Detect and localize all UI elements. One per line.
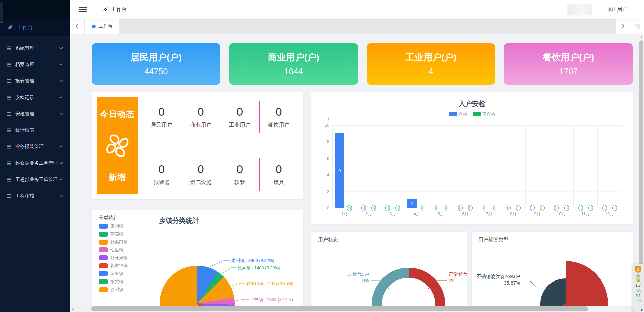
legend-label: 郭家堡镇: [110, 263, 128, 269]
donut-label-normal-gas: 正常通气0户 0%: [449, 271, 467, 284]
tabs-scroll-right-button[interactable]: [616, 19, 630, 34]
unit-text: K/s: [637, 289, 641, 292]
stat-hose: 0软管: [220, 158, 260, 191]
zero-marker-pass: 0: [530, 205, 535, 211]
legend-swatch: [99, 287, 108, 292]
x-tick: 9月: [526, 211, 549, 217]
fullscreen-icon[interactable]: [597, 7, 602, 12]
horizontal-scroll-thumb[interactable]: [91, 306, 588, 311]
stat-label: 燃具: [260, 179, 299, 186]
stat-label: 餐饮用户: [260, 122, 299, 129]
y-tick: 0: [318, 205, 329, 210]
panel-header: 用户软管类型: [478, 237, 508, 243]
bar-month-group: 0 0 5月: [429, 125, 453, 208]
tabs-scroll-left-button[interactable]: [70, 19, 84, 34]
user-status-donut: [372, 268, 445, 306]
sidebar-item-archives[interactable]: 档案管理: [0, 56, 70, 73]
stat-label: 工业用户: [220, 122, 259, 129]
stat-gas-facility: 0燃气设施: [181, 158, 221, 191]
entry-inspection-chart-panel: 入户安检 合格 不合格 户 10 8 6 4 2 0 9 0 1月 0 0 2月…: [311, 92, 633, 224]
legend-item[interactable]: 七里镇: [99, 246, 128, 254]
header-right: 退出用户: [567, 4, 627, 15]
pie-chart-title: 乡镇分类统计: [132, 216, 226, 225]
sidebar-item-engineering-audit[interactable]: 工程审核: [0, 188, 70, 204]
zero-marker-fail: 0: [516, 205, 521, 211]
bar-chart-title: 入户安检: [311, 99, 633, 108]
download-unit: ↓K/s: [635, 299, 641, 303]
zero-marker-fail: 0: [347, 205, 352, 211]
bar-value-label: 9: [338, 168, 341, 173]
pie-legend: 肃州镇 莫高镇 转渠口镇 七里镇 月牙泉镇 郭家堡镇 黄渠镇 阳关镇 沙州镇: [99, 222, 128, 294]
stat-label: 软管: [220, 179, 259, 186]
legend-label: 月牙泉镇: [110, 255, 128, 261]
scroll-up-arrow[interactable]: ▲: [639, 34, 644, 40]
y-tick: 8: [318, 139, 329, 144]
sidebar-item-stats-report[interactable]: 统计报表: [0, 122, 70, 138]
legend-item[interactable]: 沙州镇: [99, 286, 128, 294]
bar-chart-plot: 10 8 6 4 2 0 9 0 1月 0 0 2月 0 0 3月 1 0 4月…: [332, 125, 622, 208]
close-all-tabs-button[interactable]: [630, 19, 644, 34]
horizontal-scrollbar[interactable]: ◄: [70, 306, 644, 312]
category-stats-panel: 分类统计 乡镇分类统计 肃州镇 莫高镇 转渠口镇 七里镇 月牙泉镇 郭家堡镇 黄…: [92, 210, 303, 306]
sidebar-item-inspection-records[interactable]: 安检记录: [0, 89, 70, 106]
bar-month-group: 1 0 4月: [405, 125, 429, 208]
zero-marker-pass: 0: [385, 205, 390, 211]
zero-marker-fail: 0: [612, 205, 617, 211]
legend-item[interactable]: 肃州镇: [99, 222, 128, 230]
sidebar-item-reports[interactable]: 报表管理: [0, 73, 70, 89]
sidebar-item-label: 报表管理: [15, 78, 34, 84]
legend-item[interactable]: 月牙泉镇: [99, 254, 128, 262]
legend-label: 黄渠镇: [110, 271, 123, 277]
legend-swatch: [99, 255, 108, 260]
township-pie: [160, 266, 235, 306]
zero-marker-fail: 0: [420, 205, 424, 211]
expand-arrow-icon[interactable]: ▶: [641, 308, 643, 311]
sidebar-item-workbench[interactable]: 工作台: [0, 19, 70, 36]
zero-marker-pass: 0: [482, 205, 486, 211]
slice-pct: 0%: [325, 277, 369, 284]
scroll-left-arrow[interactable]: ◄: [70, 306, 75, 312]
stat-label: 居民用户: [142, 122, 181, 129]
shield-badge-icon[interactable]: 1: [635, 266, 641, 273]
legend-item-fail[interactable]: 不合格: [473, 111, 495, 117]
sidebar-item-repair-workorder[interactable]: 维修队业务工单管理: [0, 155, 70, 171]
stat-commercial: 0商业用户: [181, 101, 221, 133]
legend-item[interactable]: 郭家堡镇: [99, 262, 128, 270]
slice-pct: 35.87%: [472, 280, 520, 286]
zero-marker-fail: 0: [564, 205, 569, 211]
card-title: 餐饮用户(户): [504, 51, 633, 63]
float-speed-widget[interactable]: 1 1.7 ↑K/s 0.1 ↓K/s ▶: [632, 264, 644, 312]
stat-card-residential: 居民用户(户) 44750: [92, 43, 220, 85]
legend-swatch: [99, 240, 108, 245]
capsule-icon[interactable]: [636, 274, 640, 282]
zero-marker-fail: 0: [588, 205, 593, 211]
list-icon: [7, 63, 11, 67]
sidebar-item-system[interactable]: 系统管理: [0, 40, 70, 56]
pinwheel-icon: [104, 132, 131, 160]
legend-item-pass[interactable]: 合格: [449, 111, 467, 117]
pie-callout-suzhou: 肃州镇 : 3969 (9.32%): [231, 258, 274, 264]
list-icon: [7, 194, 11, 198]
legend-item[interactable]: 阳关镇: [99, 278, 128, 286]
list-icon: [7, 178, 11, 182]
zero-marker-fail: 0: [444, 205, 448, 211]
sidebar-item-label: 安检管理: [15, 111, 34, 117]
tab-strip: 工作台: [84, 19, 616, 34]
sidebar-item-label: 安检记录: [15, 95, 34, 101]
zero-marker-pass: 0: [602, 205, 607, 211]
tab-workbench[interactable]: 工作台: [85, 19, 119, 34]
pie-callout-mogao: 莫高镇 : 1403 (3.29%): [237, 265, 280, 271]
slice-label: 不锈钢波纹管2693户: [472, 273, 520, 280]
chevron-down-icon: [59, 80, 63, 82]
legend-item[interactable]: 黄渠镇: [99, 270, 128, 278]
sidebar-item-engineering-workorder[interactable]: 工程部业务工单管理: [0, 171, 70, 188]
logout-button[interactable]: 退出用户: [607, 6, 627, 13]
legend-item[interactable]: 莫高镇: [99, 230, 128, 238]
rose-label-stainless: 不锈钢波纹管2693户 35.87%: [472, 273, 520, 286]
sidebar-item-inspection-mgmt[interactable]: 安检管理: [0, 106, 70, 122]
hamburger-icon[interactable]: [79, 7, 87, 12]
legend-item[interactable]: 转渠口镇: [99, 238, 128, 246]
stat-card-industrial: 工业用户(户) 4: [367, 43, 495, 85]
card-value: 44750: [92, 67, 220, 76]
sidebar-item-business-install[interactable]: 业务报装管理: [0, 138, 70, 155]
